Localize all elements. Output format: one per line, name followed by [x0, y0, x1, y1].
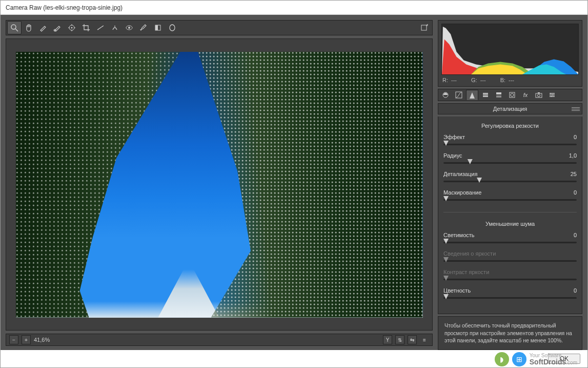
- right-pane: R:--- G:--- B:--- fx Детализация: [436, 15, 587, 350]
- luminance-label: Светимость: [443, 232, 475, 238]
- detail-value[interactable]: 25: [571, 171, 577, 177]
- tab-basic-icon[interactable]: [439, 90, 452, 100]
- luminance-value[interactable]: 0: [574, 232, 577, 238]
- radius-slider-row: Радиус1,0: [443, 152, 577, 166]
- svg-point-22: [538, 94, 540, 97]
- tab-fx-icon[interactable]: fx: [519, 90, 532, 100]
- adjustment-brush-tool-icon[interactable]: [136, 21, 151, 34]
- masking-value[interactable]: 0: [574, 189, 577, 196]
- detail-slider-row: Детализация25: [443, 171, 577, 184]
- amount-slider-row: Эффект0: [443, 134, 577, 147]
- radius-slider[interactable]: [443, 160, 577, 166]
- panel-title-bar: Детализация: [438, 103, 582, 114]
- straighten-tool-icon[interactable]: [93, 21, 108, 34]
- window-title: Camera Raw (les-elki-sneg-tropa-sinie.jp…: [6, 4, 123, 11]
- b-label: B:: [500, 77, 505, 83]
- masking-label: Маскирование: [443, 189, 481, 196]
- color-sampler-tool-icon[interactable]: [50, 21, 65, 34]
- svg-point-0: [11, 25, 16, 29]
- svg-line-1: [15, 29, 18, 31]
- svg-rect-15: [483, 94, 488, 95]
- graduated-filter-tool-icon[interactable]: [151, 21, 165, 34]
- histogram[interactable]: [441, 24, 579, 75]
- svg-point-4: [71, 27, 73, 29]
- rgb-readout: R:--- G:--- B:---: [441, 75, 579, 83]
- footer: OK ◗ ⊞ Your Software SoftDroids.com: [1, 350, 587, 367]
- color-slider[interactable]: [443, 295, 577, 301]
- app-window: Camera Raw (les-elki-sneg-tropa-sinie.jp…: [0, 0, 588, 368]
- main-area: − + 41,6% Y ⇅ ⇆ ≡: [1, 15, 587, 350]
- color-value[interactable]: 0: [574, 287, 577, 294]
- tab-curve-icon[interactable]: [453, 90, 465, 100]
- radius-label: Радиус: [443, 152, 462, 159]
- svg-point-7: [128, 27, 130, 29]
- color-slider-row: Цветность0: [443, 287, 577, 301]
- controls-panel: Регулировка резкости Эффект0 Радиус1,0 Д…: [438, 117, 582, 314]
- masking-slider-row: Маскирование0: [443, 189, 577, 203]
- lumdetail-slider-row: Сведения о яркости: [443, 250, 577, 264]
- radius-value[interactable]: 1,0: [569, 152, 577, 159]
- swap-before-after-button[interactable]: ⇅: [395, 335, 404, 344]
- tab-split-icon[interactable]: [493, 90, 505, 100]
- lumcontrast-label: Контраст яркости: [443, 269, 489, 275]
- rotate-tool-icon[interactable]: [417, 21, 431, 34]
- radial-filter-tool-icon[interactable]: [165, 21, 179, 34]
- lumcontrast-slider-row: Контраст яркости: [443, 269, 577, 282]
- b-value: ---: [509, 77, 514, 83]
- detail-slider[interactable]: [443, 178, 577, 184]
- windows-badge-icon: ⊞: [512, 352, 526, 366]
- zoom-in-button[interactable]: +: [22, 335, 31, 344]
- view-options-icon[interactable]: ≡: [420, 335, 429, 344]
- copy-settings-button[interactable]: ⇆: [408, 335, 417, 344]
- tab-camera-icon[interactable]: [533, 90, 545, 100]
- svg-rect-11: [421, 25, 427, 30]
- target-adjust-tool-icon[interactable]: [65, 21, 79, 34]
- photo-canvas: [16, 52, 423, 318]
- bottom-statusbar: − + 41,6% Y ⇅ ⇆ ≡: [6, 334, 433, 346]
- hint-box: Чтобы обеспечить точный предварительный …: [438, 316, 582, 350]
- hint-text: Чтобы обеспечить точный предварительный …: [444, 322, 572, 343]
- zoom-level[interactable]: 41,6%: [34, 337, 50, 343]
- lumcontrast-slider: [443, 276, 577, 282]
- svg-rect-9: [155, 25, 158, 30]
- amount-label: Эффект: [443, 134, 465, 140]
- g-value: ---: [480, 77, 486, 83]
- detail-label: Детализация: [443, 171, 477, 177]
- panel-menu-icon[interactable]: [572, 105, 580, 112]
- svg-point-10: [170, 25, 175, 31]
- svg-rect-14: [483, 93, 488, 94]
- r-label: R:: [442, 77, 448, 83]
- amount-value[interactable]: 0: [574, 134, 577, 140]
- svg-rect-18: [496, 95, 501, 98]
- before-after-y-button[interactable]: Y: [383, 335, 392, 344]
- zoom-tool-icon[interactable]: [7, 21, 22, 34]
- top-toolbar: [6, 20, 433, 35]
- histogram-panel: R:--- G:--- B:---: [438, 20, 582, 87]
- white-balance-tool-icon[interactable]: [36, 21, 50, 34]
- tab-hsl-icon[interactable]: [479, 90, 492, 100]
- zoom-out-button[interactable]: −: [9, 335, 18, 344]
- svg-rect-17: [496, 92, 501, 94]
- tab-presets-icon[interactable]: [546, 90, 558, 100]
- tab-lens-icon[interactable]: [506, 90, 518, 100]
- luminance-slider[interactable]: [443, 239, 577, 245]
- svg-point-5: [114, 26, 115, 27]
- image-preview[interactable]: [6, 38, 433, 331]
- titlebar: Camera Raw (les-elki-sneg-tropa-sinie.jp…: [1, 1, 587, 15]
- redeye-tool-icon[interactable]: [122, 21, 136, 34]
- svg-point-20: [511, 93, 514, 96]
- spot-removal-tool-icon[interactable]: [108, 21, 122, 34]
- lumdetail-label: Сведения о яркости: [443, 250, 496, 257]
- svg-rect-16: [483, 96, 488, 97]
- amount-slider[interactable]: [443, 141, 577, 147]
- hand-tool-icon[interactable]: [22, 21, 36, 34]
- sharpen-section-title: Регулировка резкости: [443, 121, 577, 132]
- tab-detail-icon[interactable]: [466, 90, 478, 100]
- svg-rect-23: [538, 92, 540, 93]
- masking-slider[interactable]: [443, 197, 577, 203]
- ok-button[interactable]: OK: [548, 354, 580, 364]
- g-label: G:: [471, 77, 477, 83]
- crop-tool-icon[interactable]: [79, 21, 93, 34]
- left-pane: − + 41,6% Y ⇅ ⇆ ≡: [1, 15, 436, 350]
- r-value: ---: [451, 77, 457, 83]
